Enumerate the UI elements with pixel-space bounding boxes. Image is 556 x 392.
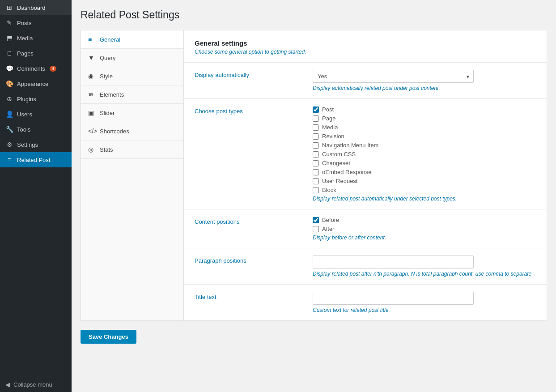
post-types-row: Choose post types Post Page bbox=[184, 98, 547, 209]
post-type-post[interactable]: Post bbox=[313, 106, 536, 113]
sidebar: ⊞ Dashboard ✎ Posts ⬒ Media 🗋 Pages 💬 Co… bbox=[0, 0, 72, 392]
post-type-changeset[interactable]: Changeset bbox=[313, 160, 536, 166]
content-positions-checkboxes: Before After bbox=[313, 217, 536, 232]
post-type-page[interactable]: Page bbox=[313, 115, 536, 122]
post-type-media[interactable]: Media bbox=[313, 124, 536, 131]
section-title: General settings bbox=[184, 30, 547, 49]
shortcodes-nav-icon: </> bbox=[88, 128, 96, 135]
settings-icon: ⚙ bbox=[5, 141, 13, 148]
save-button[interactable]: Save Changes bbox=[81, 330, 136, 344]
checkbox-oembed-response[interactable] bbox=[313, 169, 319, 175]
sidebar-item-settings[interactable]: ⚙ Settings bbox=[0, 137, 72, 152]
checkbox-changeset[interactable] bbox=[313, 160, 319, 166]
display-auto-hint: Display automatically related post under… bbox=[313, 85, 536, 91]
comments-badge: 4 bbox=[50, 66, 57, 72]
post-types-label: Choose post types bbox=[195, 106, 302, 202]
sidebar-item-media[interactable]: ⬒ Media bbox=[0, 30, 72, 46]
title-text-label: Title text bbox=[195, 292, 302, 313]
post-type-nav-menu-item[interactable]: Navigation Menu Item bbox=[313, 142, 536, 149]
collapse-menu-button[interactable]: ◀ Collapse menu bbox=[0, 377, 72, 392]
checkbox-user-request[interactable] bbox=[313, 178, 319, 184]
elements-nav-icon: ≋ bbox=[88, 91, 96, 98]
dashboard-icon: ⊞ bbox=[5, 4, 13, 11]
title-text-field: Related Post Custom text for related pos… bbox=[313, 292, 536, 313]
display-auto-select[interactable]: Yes No bbox=[313, 70, 474, 83]
checkbox-custom-css[interactable] bbox=[313, 151, 319, 158]
nav-item-general[interactable]: ≡ General bbox=[81, 30, 183, 49]
comments-icon: 💬 bbox=[5, 65, 13, 72]
main-content: Related Post Settings ≡ General ▼ Query … bbox=[72, 0, 556, 392]
posts-icon: ✎ bbox=[5, 19, 13, 26]
checkbox-page[interactable] bbox=[313, 115, 319, 122]
title-text-row: Title text Related Post Custom text for … bbox=[184, 284, 547, 320]
display-auto-row: Display automatically Yes No Display aut… bbox=[184, 62, 547, 98]
nav-item-style[interactable]: ◉ Style bbox=[81, 67, 183, 85]
settings-nav: ≡ General ▼ Query ◉ Style ≋ Elements ▣ S… bbox=[81, 30, 184, 320]
display-auto-label: Display automatically bbox=[195, 70, 302, 91]
related-post-icon: ≡ bbox=[5, 156, 13, 163]
general-nav-icon: ≡ bbox=[88, 36, 96, 43]
post-types-field: Post Page Media Revision bbox=[313, 106, 536, 202]
content-positions-hint: Display before or after content. bbox=[313, 234, 536, 241]
sidebar-item-comments[interactable]: 💬 Comments 4 bbox=[0, 61, 72, 76]
post-types-hint: Display related post automatically under… bbox=[313, 196, 536, 202]
checkbox-revision[interactable] bbox=[313, 133, 319, 140]
display-auto-select-wrapper: Yes No bbox=[313, 70, 474, 83]
pages-icon: 🗋 bbox=[5, 50, 13, 57]
paragraph-positions-row: Paragraph positions 1,2,N Display relate… bbox=[184, 248, 547, 284]
post-type-block[interactable]: Block bbox=[313, 187, 536, 193]
title-text-hint: Custom text for related post title. bbox=[313, 307, 536, 313]
title-text-input[interactable]: Related Post bbox=[313, 292, 474, 305]
sidebar-item-plugins[interactable]: ⊕ Plugins bbox=[0, 91, 72, 107]
section-subtitle: Choose some general option to getting st… bbox=[184, 49, 547, 62]
display-auto-field: Yes No Display automatically related pos… bbox=[313, 70, 536, 91]
nav-item-shortcodes[interactable]: </> Shortcodes bbox=[81, 122, 183, 141]
plugins-icon: ⊕ bbox=[5, 95, 13, 102]
sidebar-item-appearance[interactable]: 🎨 Appearance bbox=[0, 76, 72, 91]
paragraph-positions-label: Paragraph positions bbox=[195, 256, 302, 277]
tools-icon: 🔧 bbox=[5, 126, 13, 133]
sidebar-item-users[interactable]: 👤 Users bbox=[0, 107, 72, 122]
sidebar-item-tools[interactable]: 🔧 Tools bbox=[0, 122, 72, 137]
checkbox-after[interactable] bbox=[313, 226, 319, 232]
sidebar-item-related-post[interactable]: ≡ Related Post bbox=[0, 152, 72, 167]
style-nav-icon: ◉ bbox=[88, 72, 96, 80]
settings-wrapper: ≡ General ▼ Query ◉ Style ≋ Elements ▣ S… bbox=[81, 30, 547, 321]
stats-nav-icon: ◎ bbox=[88, 146, 96, 153]
nav-item-stats[interactable]: ◎ Stats bbox=[81, 141, 183, 159]
nav-item-slider[interactable]: ▣ Slider bbox=[81, 104, 183, 122]
paragraph-positions-input[interactable]: 1,2,N bbox=[313, 256, 474, 268]
content-position-after[interactable]: After bbox=[313, 226, 536, 232]
post-type-oembed-response[interactable]: oEmbed Response bbox=[313, 169, 536, 175]
checkbox-nav-menu-item[interactable] bbox=[313, 142, 319, 149]
content-positions-field: Before After Display before or after con… bbox=[313, 217, 536, 241]
content-position-before[interactable]: Before bbox=[313, 217, 536, 223]
appearance-icon: 🎨 bbox=[5, 80, 13, 87]
slider-nav-icon: ▣ bbox=[88, 109, 96, 116]
post-type-user-request[interactable]: User Request bbox=[313, 178, 536, 184]
post-type-revision[interactable]: Revision bbox=[313, 133, 536, 140]
sidebar-item-posts[interactable]: ✎ Posts bbox=[0, 15, 72, 30]
checkbox-media[interactable] bbox=[313, 124, 319, 131]
nav-item-query[interactable]: ▼ Query bbox=[81, 49, 183, 67]
paragraph-positions-field: 1,2,N Display related post after n'th pa… bbox=[313, 256, 536, 277]
page-title: Related Post Settings bbox=[81, 9, 547, 21]
checkbox-before[interactable] bbox=[313, 217, 319, 223]
settings-content: General settings Choose some general opt… bbox=[184, 30, 547, 320]
nav-item-elements[interactable]: ≋ Elements bbox=[81, 85, 183, 104]
media-icon: ⬒ bbox=[5, 34, 13, 42]
query-nav-icon: ▼ bbox=[88, 54, 96, 61]
content-positions-label: Content positions bbox=[195, 217, 302, 241]
checkbox-block[interactable] bbox=[313, 187, 319, 193]
checkbox-post[interactable] bbox=[313, 107, 319, 113]
collapse-icon: ◀ bbox=[5, 381, 10, 388]
content-positions-row: Content positions Before After Display b… bbox=[184, 209, 547, 248]
users-icon: 👤 bbox=[5, 111, 13, 118]
sidebar-item-pages[interactable]: 🗋 Pages bbox=[0, 46, 72, 61]
sidebar-item-dashboard[interactable]: ⊞ Dashboard bbox=[0, 0, 72, 15]
paragraph-positions-hint: Display related post after n'th paragrap… bbox=[313, 271, 536, 277]
post-type-custom-css[interactable]: Custom CSS bbox=[313, 151, 536, 158]
save-bar: Save Changes bbox=[81, 321, 547, 348]
post-types-checkboxes: Post Page Media Revision bbox=[313, 106, 536, 193]
